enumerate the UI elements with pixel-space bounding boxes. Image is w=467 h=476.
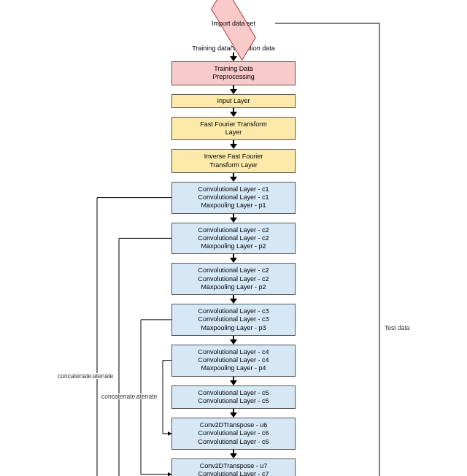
- block-line: Preprocessing: [177, 73, 290, 81]
- block-u7: Conv2DTranspose - u7Convolutional Layer …: [171, 458, 296, 476]
- block-c2b: Convolutional Layer - c2Convolutional La…: [171, 263, 296, 295]
- block-line: Convolutional Layer - c7: [177, 470, 290, 476]
- arrow-down-icon: [229, 254, 238, 263]
- block-ifft: Inverse Fast FourierTransform Layer: [171, 149, 296, 173]
- block-line: Transform Layer: [177, 161, 290, 169]
- block-c1: Convolutional Layer - c1Convolutional La…: [171, 182, 296, 214]
- block-line: Convolutional Layer - c6: [177, 429, 290, 437]
- block-c3: Convolutional Layer - c3Convolutional La…: [171, 304, 296, 336]
- concatenate-label: concatenate: [101, 394, 136, 400]
- arrow-down-icon: [229, 214, 238, 223]
- block-c2a: Convolutional Layer - c2Convolutional La…: [171, 223, 296, 255]
- block-line: Convolutional Layer - c2: [177, 234, 290, 242]
- concatenate-label: concatenate: [57, 373, 92, 380]
- block-line: Fast Fourier Transform: [177, 120, 290, 128]
- block-line: Convolutional Layer - c5: [177, 397, 290, 405]
- block-line: Convolutional Layer - c3: [177, 315, 290, 323]
- block-line: Convolutional Layer - c4: [177, 356, 290, 364]
- arrow-down-icon: [229, 450, 238, 458]
- flow-column: Import data set Training data/Validation…: [3, 3, 464, 476]
- arrow-down-icon: [229, 140, 238, 149]
- block-line: Convolutional Layer - c3: [177, 307, 290, 315]
- block-line: Maxpooling Layer - p3: [177, 324, 290, 332]
- arrow-down-icon: [229, 295, 238, 304]
- import-diamond: Import data set: [193, 4, 274, 42]
- block-line: Conv2DTranspose - u6: [177, 421, 290, 429]
- block-line: Convolutional Layer - c1: [177, 193, 290, 201]
- block-line: Maxpooling Layer - p2: [177, 283, 290, 291]
- block-input: Input Layer: [171, 94, 296, 108]
- block-line: Convolutional Layer - c2: [177, 266, 290, 275]
- arrow-down-icon: [229, 377, 238, 385]
- arrow-down-icon: [229, 108, 238, 117]
- block-c5: Convolutional Layer - c5Convolutional La…: [171, 385, 296, 410]
- block-preproc: Training DataPreprocessing: [171, 61, 296, 85]
- block-line: Training Data: [177, 65, 290, 73]
- arrow-down-icon: [229, 173, 238, 182]
- arrow-down-icon: [229, 53, 238, 61]
- block-line: Convolutional Layer - c5: [177, 389, 290, 397]
- blocks-root: Training DataPreprocessingInput LayerFas…: [171, 61, 296, 476]
- block-line: Conv2DTranspose - u7: [177, 462, 290, 470]
- arrow-down-icon: [229, 336, 238, 345]
- block-line: Layer: [177, 128, 290, 137]
- import-label: Import data set: [212, 20, 255, 27]
- block-line: Convolutional Layer - c1: [177, 185, 290, 193]
- block-line: Convolutional Layer - c6: [177, 438, 290, 446]
- block-u6: Conv2DTranspose - u6Convolutional Layer …: [171, 418, 296, 450]
- block-line: Input Layer: [178, 97, 289, 105]
- arrow-down-icon: [229, 85, 238, 94]
- block-line: Maxpooling Layer - p1: [177, 201, 290, 210]
- block-line: Convolutional Layer - c2: [177, 275, 290, 283]
- block-line: Inverse Fast Fourier: [177, 153, 290, 161]
- test-data-label: Test data: [384, 325, 411, 331]
- arrow-down-icon: [229, 409, 238, 418]
- block-line: Maxpooling Layer - p4: [177, 364, 290, 372]
- block-c4: Convolutional Layer - c4Convolutional La…: [171, 345, 296, 377]
- block-line: Convolutional Layer - c4: [177, 348, 290, 356]
- block-fft: Fast Fourier TransformLayer: [171, 117, 296, 141]
- block-line: Convolutional Layer - c2: [177, 226, 290, 234]
- block-line: Maxpooling Layer - p2: [177, 242, 290, 250]
